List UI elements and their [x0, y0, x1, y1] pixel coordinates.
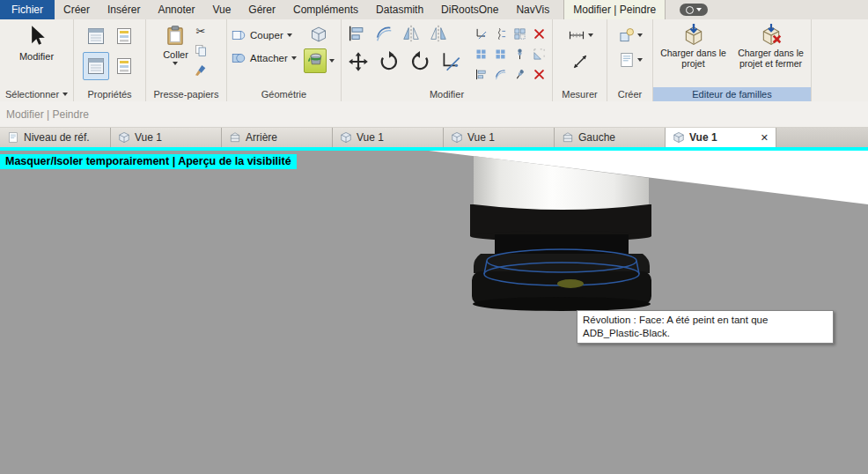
- tab-gerer[interactable]: Gérer: [239, 0, 284, 19]
- tab-creer[interactable]: Créer: [55, 0, 99, 19]
- ribbon-cycle-icon: [686, 6, 694, 14]
- model-3d-preview[interactable]: [423, 150, 704, 326]
- paste-button-label: Coller: [163, 49, 188, 60]
- family-category-icon: [114, 56, 135, 77]
- panel-select-footer[interactable]: Sélectionner: [0, 87, 73, 101]
- tab-navvis[interactable]: NavVis: [507, 0, 558, 19]
- align-button[interactable]: [345, 22, 368, 45]
- rotate-icon: [408, 50, 431, 73]
- panel-geometry: Couper Attacher Géométrie: [227, 19, 342, 101]
- move-button[interactable]: [345, 48, 371, 75]
- chevron-down-icon: [637, 58, 643, 62]
- show-hidden-geometry-button[interactable]: [308, 24, 329, 45]
- rotate-after-placement-button[interactable]: [407, 48, 433, 75]
- copy-to-clipboard-button[interactable]: [192, 41, 210, 59]
- view-tab-label: Vue 1: [467, 131, 495, 144]
- offset-icon: [374, 24, 394, 43]
- panel-modify-label: Modifier: [430, 89, 464, 100]
- rotate-button[interactable]: [376, 48, 402, 75]
- view-tab-label: Vue 1: [357, 131, 384, 144]
- modify-button[interactable]: Modifier: [16, 22, 57, 87]
- cut-to-clipboard-button[interactable]: ✂: [192, 24, 210, 39]
- painted-black-foot[interactable]: [470, 204, 651, 311]
- panel-clipboard-label: Presse-papiers: [154, 89, 219, 100]
- tab-fichier[interactable]: Fichier: [0, 0, 55, 19]
- create-group-button[interactable]: [618, 26, 643, 44]
- view-tab-label: Arrière: [246, 131, 277, 144]
- pin-icon: [513, 47, 526, 62]
- trim-icon: [439, 50, 462, 73]
- paint-tool-button[interactable]: [304, 48, 327, 73]
- sheet-icon: [618, 51, 636, 69]
- measure-button[interactable]: [567, 26, 593, 44]
- create-similar-button[interactable]: [618, 51, 643, 69]
- tab-complements[interactable]: Compléments: [284, 0, 367, 19]
- pin-button[interactable]: [511, 45, 528, 63]
- chevron-down-icon: [696, 8, 702, 11]
- dimension-button[interactable]: [570, 51, 591, 72]
- load-into-project-button[interactable]: Charger dans le projet: [656, 21, 731, 87]
- match-properties-button[interactable]: [192, 62, 210, 79]
- offset-button[interactable]: [372, 22, 395, 45]
- cut-geometry-icon: [231, 27, 246, 43]
- paste-aligned-button[interactable]: [492, 45, 509, 63]
- tab-datasmith[interactable]: Datasmith: [367, 0, 432, 19]
- tab-inserer[interactable]: Insérer: [99, 0, 149, 19]
- copy-button[interactable]: [473, 45, 489, 63]
- array-button[interactable]: [511, 25, 528, 42]
- tab-dirootsone[interactable]: DiRootsOne: [432, 0, 507, 19]
- offset-small-button[interactable]: [492, 65, 509, 83]
- white-cylinder[interactable]: [474, 156, 649, 210]
- ribbon-display-toggle-button[interactable]: [680, 4, 708, 16]
- scale-button[interactable]: [531, 45, 548, 63]
- panel-select-label: Sélectionner: [5, 89, 59, 100]
- tab-modifier-peindre[interactable]: Modifier | Peindre: [563, 0, 666, 19]
- load-into-project-and-close-button[interactable]: Charger dans le projet et fermer: [733, 21, 808, 87]
- panel-geometry-footer: Géométrie: [227, 87, 341, 101]
- view-tab-label: Niveau de réf.: [24, 131, 90, 144]
- view-tab-label: Gauche: [578, 131, 615, 144]
- close-view-icon[interactable]: ✕: [761, 132, 769, 144]
- cut-geometry-button[interactable]: Couper: [231, 27, 297, 43]
- join-geometry-icon: [231, 50, 246, 66]
- panel-properties: Propriétés: [74, 19, 146, 101]
- copy-icon: [194, 43, 208, 57]
- paint-cursor-spot: [557, 279, 584, 288]
- split-element-button[interactable]: [492, 25, 509, 42]
- tab-annoter[interactable]: Annoter: [149, 0, 203, 19]
- view-tab-arriere[interactable]: Arrière: [222, 128, 333, 147]
- scale-icon: [533, 47, 546, 62]
- family-category-button[interactable]: [111, 52, 137, 80]
- tab-vue[interactable]: Vue: [203, 0, 239, 19]
- delete-button[interactable]: [531, 25, 548, 42]
- mirror-pick-axis-button[interactable]: [400, 22, 423, 45]
- align-small-button[interactable]: [473, 65, 489, 83]
- view-tab-niveau-de-ref[interactable]: Niveau de réf.: [0, 128, 111, 147]
- panel-modify-footer: Modifier: [342, 87, 552, 101]
- delete-x-icon: [533, 26, 546, 41]
- paste-button[interactable]: Coller: [163, 22, 188, 65]
- mirror-draw-axis-button[interactable]: [427, 22, 450, 45]
- properties-window-icon: [85, 56, 107, 77]
- family-types-button[interactable]: [111, 22, 137, 50]
- chevron-down-icon: [329, 59, 335, 63]
- join-geometry-button[interactable]: Attacher: [231, 50, 297, 66]
- delete-alt-button[interactable]: [531, 65, 548, 83]
- properties-palette-button[interactable]: [83, 22, 109, 50]
- panel-clipboard-footer: Presse-papiers: [146, 87, 226, 101]
- panel-clipboard: Coller ✂ Presse-papiers: [146, 19, 227, 101]
- view-tab-gauche[interactable]: Gauche: [555, 128, 666, 147]
- unpin-button[interactable]: [511, 65, 528, 83]
- view-tab-vue1-a[interactable]: Vue 1: [111, 128, 222, 147]
- chevron-down-icon: [173, 62, 178, 65]
- trim-extend-button[interactable]: [438, 48, 464, 75]
- drawing-area[interactable]: Masquer/Isoler temporairement | Aperçu d…: [0, 147, 868, 474]
- align-icon: [347, 24, 366, 43]
- view-tab-vue1-active[interactable]: Vue 1 ✕: [666, 128, 776, 147]
- view-tab-vue1-c[interactable]: Vue 1: [444, 128, 555, 147]
- ribbon-filler: [812, 19, 868, 101]
- 3d-view-icon: [340, 131, 352, 144]
- trim-single-button[interactable]: [473, 25, 489, 42]
- view-tab-vue1-b[interactable]: Vue 1: [333, 128, 444, 147]
- properties-toggle-button[interactable]: [83, 52, 109, 80]
